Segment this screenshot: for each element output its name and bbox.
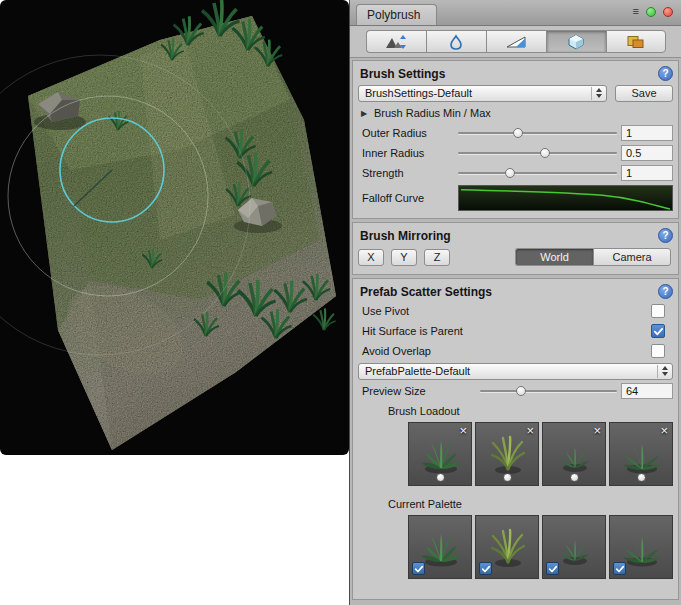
hit-surface-label: Hit Surface is Parent	[358, 325, 647, 337]
mirror-y-button[interactable]: Y	[391, 249, 417, 266]
hit-surface-checkbox[interactable]	[651, 324, 665, 338]
dropdown-caret-icon	[657, 365, 668, 378]
prefab-gem-icon	[564, 34, 588, 50]
loadout-tile-small-plant[interactable]: ×	[542, 422, 606, 486]
brush-mirroring-title: Brush Mirroring	[358, 229, 451, 243]
inner-radius-label: Inner Radius	[358, 147, 454, 159]
remove-icon[interactable]: ×	[526, 423, 534, 438]
falloff-curve-label: Falloff Curve	[358, 192, 454, 204]
preview-size-slider[interactable]	[480, 383, 617, 399]
tab-title: Polybrush	[367, 8, 420, 22]
mirror-z-button[interactable]: Z	[424, 249, 450, 266]
loadout-tile-bush-plant[interactable]: ×	[609, 422, 673, 486]
palette-checkbox[interactable]	[479, 562, 492, 575]
palette-tile-small-plant[interactable]	[542, 515, 606, 579]
falloff-curve-graph	[459, 186, 672, 210]
slider-track	[480, 390, 617, 392]
small-plant-thumbnail	[551, 431, 599, 479]
brush-preset-value: BrushSettings-Default	[365, 87, 591, 99]
slider-track	[458, 152, 617, 154]
weight-slider-thumb[interactable]	[436, 473, 445, 482]
brush-loadout-grid: × × × ×	[408, 422, 673, 486]
preview-size-label: Preview Size	[358, 385, 476, 397]
prefab-scatter-section: Prefab Scatter Settings ? Use Pivot Hit …	[352, 278, 679, 600]
window-close-icon[interactable]	[663, 7, 673, 17]
remove-icon[interactable]: ×	[660, 423, 668, 438]
mirror-x-button[interactable]: X	[358, 249, 384, 266]
avoid-overlap-label: Avoid Overlap	[358, 345, 647, 357]
avoid-overlap-checkbox[interactable]	[651, 344, 665, 358]
window-titlebar: Polybrush ≡	[350, 0, 681, 26]
current-palette-label: Current Palette	[358, 494, 673, 513]
polybrush-window: Polybrush ≡	[349, 0, 681, 605]
dropdown-caret-icon	[591, 87, 602, 100]
paint-gradient-icon	[504, 34, 528, 50]
window-maximize-icon[interactable]	[646, 7, 656, 17]
brush-settings-section: Brush Settings ? BrushSettings-Default S…	[352, 60, 679, 219]
strength-label: Strength	[358, 167, 454, 179]
bush-plant-thumbnail	[618, 431, 666, 479]
polybrush-tab[interactable]: Polybrush	[356, 4, 437, 25]
space-world-button[interactable]: World	[515, 248, 593, 266]
screenshot-root: Polybrush ≡	[0, 0, 681, 605]
palette-checkbox[interactable]	[546, 562, 559, 575]
mirror-space-toggle: World Camera	[515, 248, 671, 266]
palette-tile-leafy-plant[interactable]	[408, 515, 472, 579]
loadout-tile-grass-clump[interactable]: ×	[475, 422, 539, 486]
strength-slider[interactable]	[458, 165, 617, 181]
help-icon[interactable]: ?	[658, 228, 673, 243]
panel-content: Brush Settings ? BrushSettings-Default S…	[350, 58, 681, 605]
smooth-tool-button[interactable]	[426, 30, 486, 53]
slider-track	[458, 132, 617, 134]
scatter-tool-button[interactable]	[546, 30, 606, 53]
help-icon[interactable]: ?	[658, 66, 673, 81]
slider-track	[458, 172, 617, 174]
sculpt-tool-button[interactable]	[366, 30, 426, 53]
slider-thumb[interactable]	[540, 148, 550, 158]
loadout-tile-leafy-plant[interactable]: ×	[408, 422, 472, 486]
slider-thumb[interactable]	[513, 128, 523, 138]
prefab-palette-value: PrefabPalette-Default	[365, 365, 657, 377]
brush-settings-title: Brush Settings	[358, 67, 445, 81]
outer-radius-field[interactable]: 1	[621, 125, 673, 141]
outer-radius-slider[interactable]	[458, 125, 617, 141]
paint-tool-button[interactable]	[486, 30, 546, 53]
radius-minmax-foldout[interactable]: Brush Radius Min / Max	[374, 107, 491, 119]
remove-icon[interactable]: ×	[459, 423, 467, 438]
texture-tool-button[interactable]	[606, 30, 666, 53]
slider-thumb[interactable]	[505, 168, 515, 178]
palette-checkbox[interactable]	[412, 562, 425, 575]
falloff-curve-field[interactable]	[458, 185, 673, 211]
sculpt-icon	[384, 34, 408, 50]
palette-checkbox[interactable]	[613, 562, 626, 575]
water-drop-icon	[444, 34, 468, 50]
remove-icon[interactable]: ×	[593, 423, 601, 438]
preview-size-field[interactable]: 64	[621, 383, 673, 399]
brush-loadout-label: Brush Loadout	[358, 401, 673, 420]
use-pivot-label: Use Pivot	[358, 305, 647, 317]
outer-radius-label: Outer Radius	[358, 127, 454, 139]
weight-slider-thumb[interactable]	[570, 473, 579, 482]
strength-field[interactable]: 1	[621, 165, 673, 181]
brush-preset-dropdown[interactable]: BrushSettings-Default	[358, 85, 607, 102]
scene-canvas[interactable]	[0, 0, 349, 455]
current-palette-grid	[408, 515, 673, 579]
palette-tile-bush-plant[interactable]	[609, 515, 673, 579]
weight-slider-thumb[interactable]	[637, 473, 646, 482]
help-icon[interactable]: ?	[658, 284, 673, 299]
mode-toolbar	[350, 26, 681, 58]
foldout-arrow-icon[interactable]: ▶	[358, 109, 370, 118]
space-camera-button[interactable]: Camera	[593, 248, 671, 266]
leafy-plant-thumbnail	[417, 431, 465, 479]
texture-squares-icon	[624, 34, 648, 50]
prefab-scatter-title: Prefab Scatter Settings	[358, 285, 492, 299]
palette-tile-grass-clump[interactable]	[475, 515, 539, 579]
weight-slider-thumb[interactable]	[503, 473, 512, 482]
inner-radius-field[interactable]: 0.5	[621, 145, 673, 161]
inner-radius-slider[interactable]	[458, 145, 617, 161]
use-pivot-checkbox[interactable]	[651, 304, 665, 318]
slider-thumb[interactable]	[516, 386, 526, 396]
window-menu-icon[interactable]: ≡	[633, 6, 639, 17]
prefab-palette-dropdown[interactable]: PrefabPalette-Default	[358, 363, 673, 380]
save-button[interactable]: Save	[615, 85, 673, 102]
